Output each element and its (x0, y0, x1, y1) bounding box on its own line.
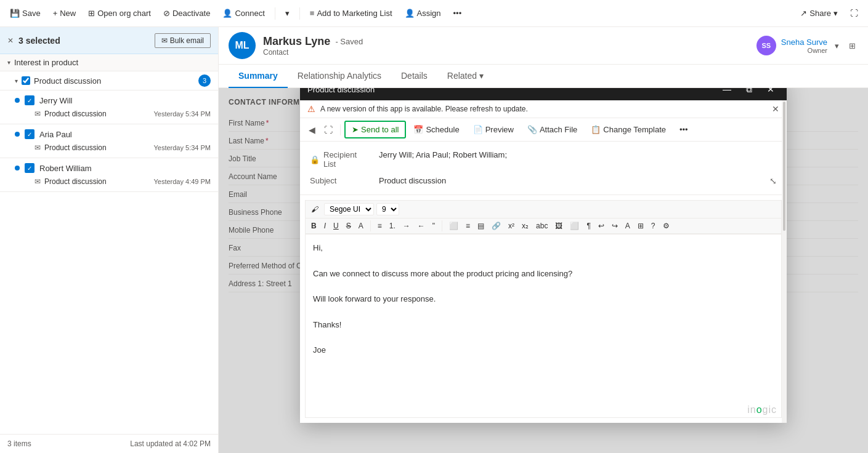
rte-table-button[interactable]: ⊞ (635, 220, 647, 231)
rte-italic-button[interactable]: I (321, 220, 329, 231)
toolbar-sep-2 (299, 7, 300, 20)
owner-section: SS Sneha Surve Owner ▾ ⊞ (756, 36, 858, 55)
rte-size-select[interactable]: 9 (376, 203, 399, 215)
activity-row[interactable]: ✉ Product discussion Yesterday 5:34 PM (34, 142, 211, 154)
subgroup-header[interactable]: ▾ Product discussion 3 (0, 71, 218, 90)
send-to-all-button[interactable]: ➤ Send to all (344, 121, 406, 138)
rte-link-button[interactable]: 🔗 (489, 220, 504, 231)
rte-fontcolor-button[interactable]: A (355, 220, 367, 231)
contact-checkbox[interactable] (25, 95, 34, 105)
dialog-titlebar: Product discussion — ⧉ ✕ (300, 88, 787, 100)
preview-icon: 📄 (473, 125, 483, 134)
preview-button[interactable]: 📄 Preview (467, 122, 520, 137)
maximize-icon: ⛶ (850, 9, 858, 18)
activity-row[interactable]: ✉ Product discussion Yesterday 4:49 PM (34, 175, 211, 188)
rte-help-button[interactable]: ? (648, 220, 659, 231)
alert-close-button[interactable]: ✕ (772, 104, 779, 114)
rte-outdent-button[interactable]: ← (415, 220, 428, 231)
tab-summary[interactable]: Summary (229, 65, 288, 88)
group-header[interactable]: ▾ Interest in product (0, 54, 218, 71)
tabs-row: Summary Relationship Analytics Details R… (219, 65, 868, 88)
more-button[interactable]: ••• (448, 6, 467, 20)
header-apps-button[interactable]: ⊞ (846, 39, 858, 53)
dialog-scrollbar[interactable] (782, 100, 787, 423)
expand-icon[interactable]: ⤡ (769, 176, 777, 186)
assign-icon: 👤 (405, 9, 415, 18)
activity-subject: Product discussion (44, 110, 107, 118)
save-icon: 💾 (10, 9, 20, 18)
recipient-label: 🔒 Recipient List (310, 150, 371, 169)
org-chart-button[interactable]: ⊞ Open org chart (83, 6, 156, 20)
body-question: Can we connect to discuss more about the… (313, 268, 774, 281)
schedule-icon: 📅 (413, 125, 423, 134)
rte-alignright-button[interactable]: ▤ (474, 220, 487, 231)
rte-highlight-button[interactable]: A (622, 220, 633, 231)
main-layout: ✕ 3 selected ✉ Bulk email ▾ Interest in … (0, 27, 868, 453)
record-name-row: Markus Lyne - Saved (263, 35, 749, 48)
tab-details[interactable]: Details (391, 65, 437, 88)
tab-relationship[interactable]: Relationship Analytics (288, 65, 391, 88)
owner-name[interactable]: Sneha Surve (781, 38, 827, 47)
owner-expand-button[interactable]: ▾ (832, 39, 842, 53)
body-greeting: Hi, (313, 242, 774, 255)
bulk-email-button[interactable]: ✉ Bulk email (155, 33, 211, 48)
rte-paintbrush-button[interactable]: 🖌 (308, 204, 322, 215)
dialog-back-button[interactable]: ◀ (305, 122, 319, 137)
dialog-overlay: Product discussion — ⧉ ✕ ⚠ A new version… (219, 88, 868, 453)
schedule-button[interactable]: 📅 Schedule (407, 122, 465, 137)
related-chevron-icon: ▾ (479, 71, 484, 81)
contact-checkbox[interactable] (25, 163, 34, 173)
tab-related[interactable]: Related ▾ (437, 65, 493, 88)
record-full-name: Markus Lyne (263, 35, 330, 48)
contact-name: Robert William (39, 164, 92, 173)
dialog-restore-button[interactable]: ⧉ (741, 88, 757, 97)
rte-subscript-button[interactable]: x₂ (519, 220, 532, 231)
rte-body[interactable]: Hi, Can we connect to discuss more about… (305, 234, 782, 418)
rte-redo-button[interactable]: ↪ (609, 220, 621, 231)
maximize-button[interactable]: ⛶ (845, 6, 863, 20)
rte-undo-button[interactable]: ↩ (595, 220, 607, 231)
dropdown-button[interactable]: ▾ (280, 6, 294, 20)
close-selection-icon[interactable]: ✕ (7, 36, 14, 45)
subgroup-checkbox[interactable] (22, 76, 30, 85)
marketing-button[interactable]: ≡ Add to Marketing List (305, 6, 397, 20)
email-form: 🔒 Recipient List Jerry Will; Aria Paul; … (300, 142, 787, 195)
rte-strikeout-button[interactable]: abc (533, 220, 551, 231)
rte-strikethrough-button[interactable]: S (343, 220, 354, 231)
dialog-close-button[interactable]: ✕ (762, 88, 779, 97)
subject-label: Subject (310, 176, 371, 185)
deactivate-button[interactable]: ⊘ Deactivate (158, 6, 215, 20)
body-empty-3 (313, 306, 774, 319)
alert-icon: ⚠ (307, 104, 315, 114)
contact-checkbox[interactable] (25, 129, 34, 139)
rte-alignleft-button[interactable]: ⬜ (446, 220, 461, 231)
rte-aligncenter-button[interactable]: ≡ (463, 220, 473, 231)
dialog-more-button[interactable]: ••• (673, 122, 694, 137)
rte-settings-button[interactable]: ⚙ (660, 220, 673, 231)
rte-font-select[interactable]: Segoe UI (324, 203, 374, 215)
dialog-expand-button[interactable]: ⛶ (320, 122, 336, 137)
rte-superscript-button[interactable]: x² (505, 220, 517, 231)
rte-blockquote-button[interactable]: " (429, 220, 438, 231)
rte-bullets-button[interactable]: ≡ (375, 220, 385, 231)
assign-button[interactable]: 👤 Assign (400, 6, 446, 20)
rte-image-button[interactable]: 🖼 (552, 220, 566, 231)
dialog-minimize-button[interactable]: — (718, 88, 736, 97)
recipient-value[interactable]: Jerry Will; Aria Paul; Robert William; (379, 150, 777, 159)
save-button[interactable]: 💾 Save (5, 6, 46, 20)
rte-numbering-button[interactable]: 1. (386, 220, 399, 231)
rte-underline-button[interactable]: U (330, 220, 342, 231)
deactivate-icon: ⊘ (163, 9, 170, 18)
attach-file-button[interactable]: 📎 Attach File (521, 122, 583, 137)
change-template-button[interactable]: 📋 Change Template (585, 122, 672, 137)
connect-button[interactable]: 👤 Connect (217, 6, 269, 20)
rte-bold-button[interactable]: B (308, 220, 320, 231)
rte-html-button[interactable]: ⬜ (567, 220, 582, 231)
share-button[interactable]: ↗ Share ▾ (795, 6, 843, 20)
rte-indent-button[interactable]: → (400, 220, 413, 231)
subject-value[interactable]: Product discussion (379, 176, 762, 185)
rte-para-button[interactable]: ¶ (583, 220, 593, 231)
activity-row[interactable]: ✉ Product discussion Yesterday 5:34 PM (34, 108, 211, 120)
new-button[interactable]: + New (48, 6, 81, 20)
body-signature: Joe (313, 344, 774, 357)
